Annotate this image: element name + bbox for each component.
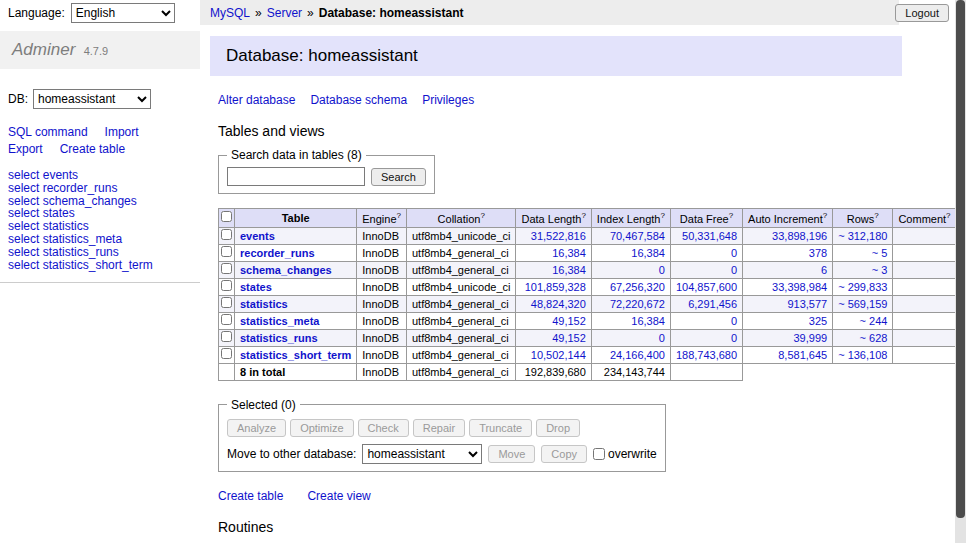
rows-link[interactable]: ~ 569,159 [838,298,887,310]
rows-cell: ~ 299,833 [833,278,893,295]
rows-link[interactable]: ~ 312,180 [838,230,887,242]
sidebar-select-link[interactable]: select [8,258,39,272]
auto-increment-link[interactable]: 378 [809,247,827,259]
table-name-link[interactable]: schema_changes [240,264,332,276]
row-checkbox[interactable] [221,331,232,342]
auto-increment-link[interactable]: 33,898,196 [772,230,827,242]
index-length-link[interactable]: 24,166,400 [610,349,665,361]
sidebar-links-row: SQL command Import [8,125,200,139]
help-link[interactable]: ? [823,211,827,220]
rows-link[interactable]: ~ 244 [860,315,888,327]
auto-increment-link[interactable]: 33,398,984 [772,281,827,293]
table-name-link[interactable]: statistics_meta [240,315,320,327]
data-length-link[interactable]: 10,502,144 [531,349,586,361]
sidebar-create-table-link[interactable]: Create table [60,142,125,156]
data-length-link[interactable]: 16,384 [552,247,586,259]
rows-link[interactable]: ~ 136,108 [838,349,887,361]
overwrite-control: overwrite [593,447,657,461]
select-all-checkbox[interactable] [221,211,232,222]
row-checkbox[interactable] [221,263,232,274]
rows-link[interactable]: ~ 628 [860,332,888,344]
data-length-link[interactable]: 49,152 [552,315,586,327]
auto-increment-link[interactable]: 913,577 [787,298,827,310]
table-name-link[interactable]: events [240,230,275,242]
copy-button[interactable]: Copy [541,445,587,463]
analyze-button[interactable]: Analyze [227,419,286,437]
data-length-cell: 101,859,328 [516,278,591,295]
export-link[interactable]: Export [8,142,43,156]
data-free-link[interactable]: 0 [731,247,737,259]
move-db-select[interactable]: homeassistant [362,444,482,464]
search-input[interactable] [227,167,365,186]
overwrite-checkbox[interactable] [593,448,605,460]
scrollbar-thumb[interactable] [956,0,965,518]
help-link[interactable]: ? [397,211,401,220]
data-length-link[interactable]: 16,384 [552,264,586,276]
data-length-link[interactable]: 101,859,328 [525,281,586,293]
data-length-link[interactable]: 49,152 [552,332,586,344]
data-free-link[interactable]: 6,291,456 [688,298,737,310]
auto-increment-link[interactable]: 6 [821,264,827,276]
data-length-link[interactable]: 48,824,320 [531,298,586,310]
optimize-button[interactable]: Optimize [290,419,353,437]
rows-link[interactable]: ~ 5 [872,247,888,259]
truncate-button[interactable]: Truncate [469,419,532,437]
data-free-link[interactable]: 188,743,680 [676,349,737,361]
data-length-link[interactable]: 31,522,816 [531,230,586,242]
help-link[interactable]: ? [581,211,585,220]
row-checkbox[interactable] [221,246,232,257]
rows-link[interactable]: ~ 3 [872,264,888,276]
index-length-link[interactable]: 72,220,672 [610,298,665,310]
auto-increment-link[interactable]: 8,581,645 [778,349,827,361]
breadcrumb-server-link[interactable]: Server [267,6,302,20]
data-free-link[interactable]: 50,331,648 [682,230,737,242]
index-length-link[interactable]: 67,256,320 [610,281,665,293]
index-length-link[interactable]: 70,467,584 [610,230,665,242]
sql-command-link[interactable]: SQL command [8,125,88,139]
auto-increment-link[interactable]: 325 [809,315,827,327]
select-all-cell [219,209,235,228]
create-table-link[interactable]: Create table [218,489,283,503]
alter-database-link[interactable]: Alter database [218,93,295,107]
index-length-link[interactable]: 0 [659,264,665,276]
row-checkbox[interactable] [221,348,232,359]
help-link[interactable]: ? [946,211,950,220]
db-select[interactable]: homeassistant [33,89,151,109]
vertical-scrollbar[interactable] [955,0,966,543]
table-name-link[interactable]: statistics [240,298,288,310]
table-name-link[interactable]: states [240,281,272,293]
table-name-link[interactable]: statistics_runs [240,332,318,344]
row-checkbox[interactable] [221,297,232,308]
logout-button[interactable]: Logout [895,4,949,22]
search-button[interactable]: Search [371,168,426,186]
data-free-link[interactable]: 104,857,600 [676,281,737,293]
rows-link[interactable]: ~ 299,833 [838,281,887,293]
help-link[interactable]: ? [480,211,484,220]
row-checkbox[interactable] [221,280,232,291]
row-checkbox[interactable] [221,229,232,240]
repair-button[interactable]: Repair [413,419,465,437]
breadcrumb-mysql-link[interactable]: MySQL [210,6,250,20]
index-length-link[interactable]: 16,384 [631,315,665,327]
move-button[interactable]: Move [488,445,535,463]
language-select[interactable]: English [71,3,175,23]
data-free-link[interactable]: 0 [731,315,737,327]
check-button[interactable]: Check [358,419,409,437]
data-free-link[interactable]: 0 [731,264,737,276]
index-length-link[interactable]: 16,384 [631,247,665,259]
create-view-link[interactable]: Create view [307,489,370,503]
index-length-link[interactable]: 0 [659,332,665,344]
table-name-link[interactable]: recorder_runs [240,247,315,259]
auto-increment-link[interactable]: 39,999 [794,332,828,344]
help-link[interactable]: ? [660,211,664,220]
help-link[interactable]: ? [729,211,733,220]
database-schema-link[interactable]: Database schema [310,93,407,107]
help-link[interactable]: ? [874,211,878,220]
row-checkbox[interactable] [221,314,232,325]
table-name-link[interactable]: statistics_short_term [240,349,351,361]
import-link[interactable]: Import [105,125,139,139]
privileges-link[interactable]: Privileges [422,93,474,107]
drop-button[interactable]: Drop [536,419,580,437]
data-free-link[interactable]: 0 [731,332,737,344]
sidebar-table-link[interactable]: statistics_short_term [43,258,153,272]
